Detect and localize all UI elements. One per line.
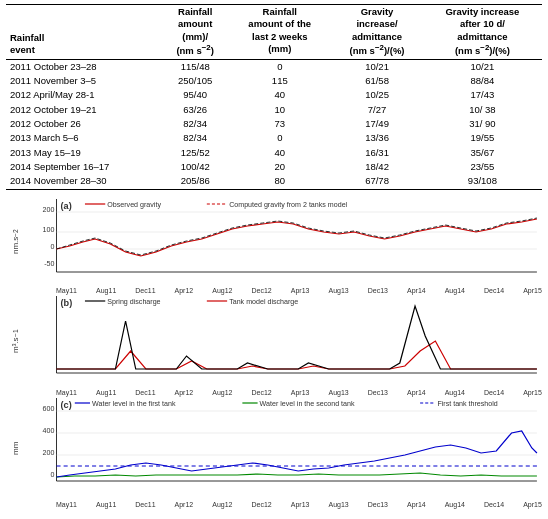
x-label-c-aug14: Aug14 [445, 501, 465, 508]
table-cell: 100/42 [162, 160, 228, 174]
table-cell: 250/105 [162, 74, 228, 88]
svg-text:-50: -50 [44, 260, 54, 267]
table-row: 2011 October 23–28115/48010/2110/21 [6, 59, 542, 74]
table-cell: 20 [228, 160, 331, 174]
table-row: 2012 April/May 28-195/404010/2517/43 [6, 88, 542, 102]
charts-section: nm.s−2 200 100 0 -50 (a) Observe [0, 192, 548, 505]
svg-text:200: 200 [43, 206, 55, 213]
x-label-c-dec13: Dec13 [368, 501, 388, 508]
table-cell: 61/58 [331, 74, 423, 88]
x-label-c-may11: May11 [56, 501, 77, 508]
x-label-c-apr13: Apr13 [291, 501, 310, 508]
x-label-c-dec11: Dec11 [135, 501, 155, 508]
chart-c-ylabel: mm [6, 393, 24, 503]
table-cell: 10/21 [423, 59, 542, 74]
table-cell: 17/43 [423, 88, 542, 102]
table-cell: 67/78 [331, 174, 423, 189]
table-cell: 0 [228, 59, 331, 74]
svg-text:Observed gravity: Observed gravity [107, 201, 161, 209]
col-header-rainfall-2weeks: Rainfallamount of thelast 2 weeks(mm) [228, 5, 331, 60]
chart-a-inner: 200 100 0 -50 (a) Observed gravity Compu… [24, 194, 542, 289]
table-cell: 19/55 [423, 131, 542, 145]
x-label-c-dec14: Dec14 [484, 501, 504, 508]
table-cell: 115/48 [162, 59, 228, 74]
svg-text:(a): (a) [61, 201, 72, 211]
table-row: 2012 October 2682/347317/4931/ 90 [6, 117, 542, 131]
x-label-c-aug11: Aug11 [96, 501, 116, 508]
table-cell: 125/52 [162, 146, 228, 160]
table-row: 2013 March 5–682/34013/3619/55 [6, 131, 542, 145]
table-cell: 2012 October 26 [6, 117, 162, 131]
x-label-c-apr15: Apr15 [523, 501, 542, 508]
svg-text:Water level in the second tank: Water level in the second tank [260, 400, 355, 407]
x-label-c-apr12: Apr12 [175, 501, 194, 508]
table-cell: 2014 September 16–17 [6, 160, 162, 174]
col-header-gravity-after10: Gravity increaseafter 10 d/admittance(nm… [423, 5, 542, 60]
table-row: 2012 October 19–2163/26107/2710/ 38 [6, 103, 542, 117]
table-cell: 80 [228, 174, 331, 189]
x-label-c-apr14: Apr14 [407, 501, 426, 508]
chart-c-inner: 600 400 200 0 (c) Water level in the fir… [24, 393, 542, 503]
table-cell: 2012 October 19–21 [6, 103, 162, 117]
table-cell: 7/27 [331, 103, 423, 117]
table-row: 2014 November 28–30205/868067/7893/108 [6, 174, 542, 189]
table-cell: 82/34 [162, 117, 228, 131]
table-cell: 73 [228, 117, 331, 131]
x-label-c-dec12: Dec12 [252, 501, 272, 508]
table-cell: 63/26 [162, 103, 228, 117]
col-header-gravity-increase: Gravityincrease/admittance(nm s−2)/(%) [331, 5, 423, 60]
table-cell: 93/108 [423, 174, 542, 189]
table-cell: 10 [228, 103, 331, 117]
table-cell: 115 [228, 74, 331, 88]
table-cell: 18/42 [331, 160, 423, 174]
table-cell: 2014 November 28–30 [6, 174, 162, 189]
table-cell: 35/67 [423, 146, 542, 160]
table-cell: 0 [228, 131, 331, 145]
chart-c-container: mm 600 400 200 0 (c) Water level [6, 393, 542, 503]
table-cell: 13/36 [331, 131, 423, 145]
table-cell: 2013 March 5–6 [6, 131, 162, 145]
table-cell: 10/21 [331, 59, 423, 74]
table-cell: 2012 April/May 28-1 [6, 88, 162, 102]
svg-text:Spring discharge: Spring discharge [107, 298, 160, 306]
table-cell: 88/84 [423, 74, 542, 88]
table-section: Rainfallevent Rainfallamount(mm)/(nm s−2… [0, 0, 548, 192]
chart-b-container: m³.s−1 (b) Spring discharge Tank model d… [6, 291, 542, 391]
table-cell: 40 [228, 88, 331, 102]
table-row: 2011 November 3–5250/10511561/5888/84 [6, 74, 542, 88]
x-label-c-aug13: Aug13 [328, 501, 348, 508]
svg-text:(b): (b) [61, 298, 73, 308]
chart-a-ylabel: nm.s−2 [6, 194, 24, 289]
table-cell: 2011 November 3–5 [6, 74, 162, 88]
table-cell: 23/55 [423, 160, 542, 174]
col-header-rainfall-amount: Rainfallamount(mm)/(nm s−2) [162, 5, 228, 60]
table-cell: 17/49 [331, 117, 423, 131]
table-row: 2014 September 16–17100/422018/4223/55 [6, 160, 542, 174]
x-label-c-aug12: Aug12 [212, 501, 232, 508]
table-cell: 2011 October 23–28 [6, 59, 162, 74]
table-cell: 82/34 [162, 131, 228, 145]
chart-b-ylabel: m³.s−1 [6, 291, 24, 391]
table-cell: 10/ 38 [423, 103, 542, 117]
svg-text:200: 200 [43, 449, 55, 456]
table-cell: 205/86 [162, 174, 228, 189]
svg-text:0: 0 [51, 243, 55, 250]
svg-text:600: 600 [43, 405, 55, 412]
chart-a-container: nm.s−2 200 100 0 -50 (a) Observe [6, 194, 542, 289]
table-cell: 16/31 [331, 146, 423, 160]
svg-text:Tank model discharge: Tank model discharge [229, 298, 298, 306]
col-header-event: Rainfallevent [6, 5, 162, 60]
table-row: 2013 May 15–19125/524016/3135/67 [6, 146, 542, 160]
table-cell: 31/ 90 [423, 117, 542, 131]
svg-text:Water level in the first tank: Water level in the first tank [92, 400, 176, 407]
svg-text:0: 0 [51, 471, 55, 478]
table-cell: 10/25 [331, 88, 423, 102]
svg-text:First tank threshold: First tank threshold [437, 400, 497, 407]
svg-text:400: 400 [43, 427, 55, 434]
svg-text:Computed gravity from 2 tanks : Computed gravity from 2 tanks model [229, 201, 347, 209]
chart-b-inner: (b) Spring discharge Tank model discharg… [24, 291, 542, 391]
table-cell: 2013 May 15–19 [6, 146, 162, 160]
table-cell: 95/40 [162, 88, 228, 102]
table-cell: 40 [228, 146, 331, 160]
svg-text:(c): (c) [61, 400, 72, 410]
